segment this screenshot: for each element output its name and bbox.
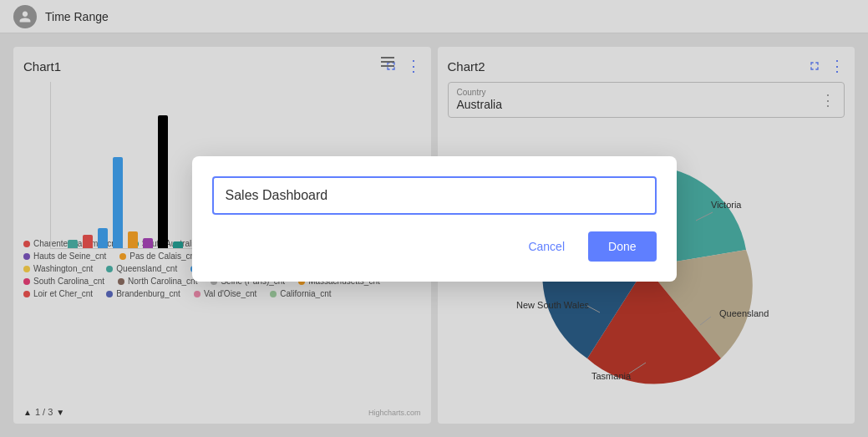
dashboard-name-input[interactable] (212, 176, 657, 215)
cancel-button[interactable]: Cancel (518, 233, 575, 260)
modal-overlay: Cancel Done (0, 0, 868, 437)
done-button[interactable]: Done (588, 231, 656, 262)
modal-actions: Cancel Done (212, 231, 657, 262)
rename-modal: Cancel Done (192, 156, 677, 282)
